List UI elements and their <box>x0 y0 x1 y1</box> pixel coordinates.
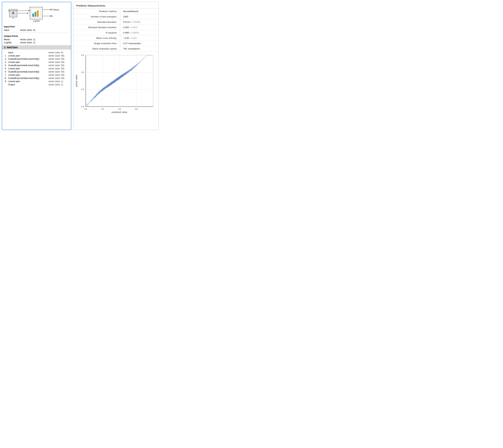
layer-type: vector (size: 50) <box>48 77 69 80</box>
svg-point-97 <box>91 99 92 100</box>
layer-type: vector (size: 50) <box>48 73 69 77</box>
layer-name: LinearLayer <box>7 61 48 64</box>
network-diagram: A 2 Mean LogStd <box>4 4 69 24</box>
layer-num: 5 <box>4 67 7 70</box>
metric-pm: ± 0.094 <box>129 37 136 39</box>
svg-text:2.5: 2.5 <box>101 108 104 110</box>
svg-text:3.0: 3.0 <box>81 71 84 73</box>
metric-label: Mean cross entropy <box>73 35 120 41</box>
svg-text:2.5: 2.5 <box>81 88 84 91</box>
metric-label: Batch evaluation speed <box>73 46 120 51</box>
svg-rect-11 <box>34 12 36 17</box>
layer-name: LinearLayer <box>7 54 48 57</box>
layer-num: 3 <box>4 61 7 64</box>
chart-container: 2.0 2.5 3.0 3.5 2.0 2.5 3.0 3.5 predicte… <box>73 51 159 130</box>
output-mean-row: Mean: vector (size: 1) <box>4 38 69 41</box>
svg-text:3.5: 3.5 <box>81 54 84 56</box>
output-logstd-row: LogStd: vector (size: 1) <box>4 41 69 44</box>
svg-point-102 <box>150 55 151 56</box>
layer-row: 6 ScaledExponentialLinearUnit[x] vector … <box>4 70 69 73</box>
svg-point-43 <box>88 103 89 104</box>
svg-text:2: 2 <box>13 17 14 19</box>
metric-value: 2400 <box>120 14 159 19</box>
svg-text:actual value: actual value <box>75 75 78 87</box>
svg-point-99 <box>132 66 132 67</box>
layer-type: vector (size: 50) <box>48 61 69 64</box>
logstd-value: vector (size: 1) <box>20 41 35 44</box>
layer-num: 7 <box>4 73 7 77</box>
metric-label: Number of test examples <box>73 14 120 19</box>
svg-text:2.0: 2.0 <box>84 108 87 110</box>
metric-value: −3.05 ± 0.094 <box>120 35 159 41</box>
svg-point-48 <box>92 98 93 100</box>
svg-point-93 <box>147 55 147 56</box>
svg-point-84 <box>136 64 138 65</box>
diagram-svg: A 2 Mean LogStd <box>4 4 68 24</box>
svg-text:predicted value: predicted value <box>112 111 127 113</box>
svg-marker-4 <box>27 13 29 14</box>
metric-row: Number of test examples 2400 <box>73 14 159 19</box>
chart-svg: 2.0 2.5 3.0 3.5 2.0 2.5 3.0 3.5 predicte… <box>75 53 157 114</box>
layer-row: 4 ScaledExponentialLinearUnit[x] vector … <box>4 64 69 67</box>
input-value: vector (size: 4) <box>20 29 35 31</box>
metric-label: Single evaluation time <box>73 41 120 46</box>
layer-row: 1 LinearLayer vector (size: 50) <box>4 54 69 57</box>
svg-point-41 <box>86 105 87 106</box>
layer-type: vector (size: 50) <box>48 57 69 61</box>
layer-name: Input <box>7 51 48 54</box>
mean-label: Mean: <box>4 38 17 41</box>
metric-value: 0.0114 ± 0.00090 <box>120 19 159 25</box>
layer-num: 1 <box>4 54 7 57</box>
metric-value: 0.998 ± 0.00029 <box>120 30 159 35</box>
metric-label: Predictor method <box>73 9 120 14</box>
metric-pm: ± 0.0037 <box>129 26 138 29</box>
svg-point-83 <box>135 65 137 66</box>
svg-text:2.0: 2.0 <box>81 105 84 108</box>
layer-num: 8 <box>4 77 7 80</box>
metric-row: Mean cross entropy −3.05 ± 0.094 <box>73 35 159 41</box>
input-port-heading: Input Port <box>4 25 69 28</box>
metric-value: 0.266 ± 0.0037 <box>120 25 159 30</box>
metric-label: Standard deviation <box>73 19 120 25</box>
layer-type: vector (size: 1) <box>48 83 69 86</box>
metrics-table: Predictor method NeuralNetwork Number of… <box>73 9 159 51</box>
svg-marker-7 <box>29 10 30 11</box>
layer-num: 6 <box>4 70 7 73</box>
metric-row: Predictor method NeuralNetwork <box>73 9 159 14</box>
metric-value: 740. examples/s <box>120 46 159 51</box>
metric-label: R-squared <box>73 30 120 35</box>
layer-row: 9 LinearLayer vector (size: 1) <box>4 80 69 83</box>
layer-name: LinearLayer <box>7 73 48 77</box>
mean-value: vector (size: 1) <box>20 38 35 41</box>
netchain-header: 1: NetChain <box>2 45 71 49</box>
svg-point-19 <box>51 15 53 17</box>
layer-num: 9 <box>4 80 7 83</box>
metric-row: Standard deviation baseline 0.266 ± 0.00… <box>73 25 159 30</box>
layer-type: vector (size: 50) <box>48 70 69 73</box>
layer-row: 7 LinearLayer vector (size: 50) <box>4 73 69 77</box>
layer-name: ScaledExponentialLinearUnit[x] <box>7 57 48 61</box>
layer-row: Output vector (size: 1) <box>4 83 69 86</box>
svg-point-96 <box>88 105 88 106</box>
input-port-section: Input Port Input: vector (size: 4) <box>4 25 69 31</box>
svg-point-89 <box>142 59 143 60</box>
layer-row: Input vector (size: 4) <box>4 51 69 54</box>
svg-point-44 <box>89 102 90 103</box>
metric-row: Standard deviation 0.0114 ± 0.00090 <box>73 19 159 25</box>
metric-row: R-squared 0.998 ± 0.00029 <box>73 30 159 35</box>
layer-name: LinearLayer <box>7 67 48 70</box>
svg-point-95 <box>87 104 87 104</box>
metric-row: Single evaluation time 4.37 ms/example <box>73 41 159 46</box>
output-ports-section: Output Ports Mean: vector (size: 1) LogS… <box>4 35 69 44</box>
layer-num: 4 <box>4 64 7 67</box>
svg-point-46 <box>91 100 92 101</box>
layer-num <box>4 51 7 54</box>
svg-rect-12 <box>37 10 39 17</box>
svg-point-45 <box>90 101 91 102</box>
layer-type: vector (size: 50) <box>48 54 69 57</box>
svg-rect-10 <box>32 14 34 17</box>
metric-value: 4.37 ms/example <box>120 41 159 46</box>
svg-point-91 <box>144 57 145 58</box>
svg-point-101 <box>149 55 150 56</box>
metric-row: Batch evaluation speed 740. examples/s <box>73 46 159 51</box>
